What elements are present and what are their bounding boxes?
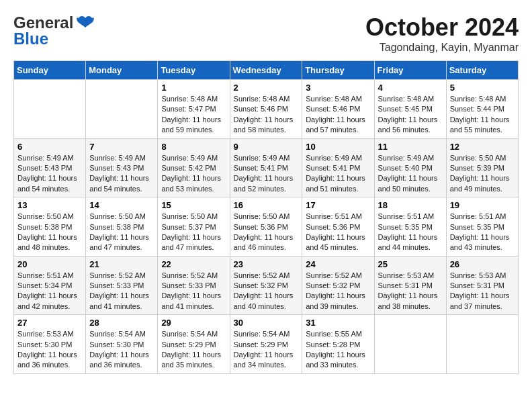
daylight-text: Daylight: 11 hours and 55 minutes. bbox=[450, 115, 515, 136]
daylight-text: Daylight: 11 hours and 36 minutes. bbox=[89, 350, 154, 371]
day-number: 1 bbox=[161, 83, 226, 93]
calendar-cell bbox=[14, 80, 86, 139]
calendar-cell: 1Sunrise: 5:48 AMSunset: 5:47 PMDaylight… bbox=[158, 80, 230, 139]
sunrise-text: Sunrise: 5:48 AM bbox=[306, 94, 370, 104]
day-info: Sunrise: 5:51 AMSunset: 5:35 PMDaylight:… bbox=[450, 212, 515, 253]
day-number: 25 bbox=[378, 259, 443, 269]
calendar-cell: 19Sunrise: 5:51 AMSunset: 5:35 PMDayligh… bbox=[446, 197, 518, 257]
day-info: Sunrise: 5:54 AMSunset: 5:30 PMDaylight:… bbox=[89, 329, 154, 371]
day-info: Sunrise: 5:48 AMSunset: 5:44 PMDaylight:… bbox=[450, 94, 515, 136]
calendar-cell: 12Sunrise: 5:50 AMSunset: 5:39 PMDayligh… bbox=[446, 138, 518, 197]
page-header: General Blue October 2024 Tagondaing, Ka… bbox=[13, 13, 519, 54]
day-number: 31 bbox=[306, 318, 370, 328]
sunset-text: Sunset: 5:36 PM bbox=[234, 222, 299, 232]
daylight-text: Daylight: 11 hours and 54 minutes. bbox=[89, 173, 154, 194]
calendar-cell bbox=[374, 315, 446, 374]
day-info: Sunrise: 5:54 AMSunset: 5:29 PMDaylight:… bbox=[234, 329, 299, 371]
day-info: Sunrise: 5:49 AMSunset: 5:42 PMDaylight:… bbox=[161, 153, 226, 195]
sunset-text: Sunset: 5:34 PM bbox=[17, 281, 82, 291]
daylight-text: Daylight: 11 hours and 38 minutes. bbox=[378, 291, 443, 312]
calendar-cell: 6Sunrise: 5:49 AMSunset: 5:43 PMDaylight… bbox=[14, 138, 86, 197]
day-info: Sunrise: 5:50 AMSunset: 5:38 PMDaylight:… bbox=[89, 212, 154, 253]
day-header-sunday: Sunday bbox=[14, 61, 86, 80]
sunset-text: Sunset: 5:44 PM bbox=[450, 104, 515, 114]
day-number: 8 bbox=[161, 142, 226, 152]
day-header-monday: Monday bbox=[86, 61, 158, 80]
sunset-text: Sunset: 5:33 PM bbox=[161, 281, 226, 291]
sunset-text: Sunset: 5:30 PM bbox=[17, 340, 82, 350]
sunrise-text: Sunrise: 5:50 AM bbox=[17, 212, 82, 222]
day-number: 22 bbox=[161, 259, 226, 269]
day-number: 26 bbox=[450, 259, 515, 269]
day-info: Sunrise: 5:50 AMSunset: 5:36 PMDaylight:… bbox=[234, 212, 299, 253]
month-title: October 2024 bbox=[365, 13, 519, 42]
daylight-text: Daylight: 11 hours and 57 minutes. bbox=[306, 115, 370, 136]
calendar-cell: 11Sunrise: 5:49 AMSunset: 5:40 PMDayligh… bbox=[374, 138, 446, 197]
day-info: Sunrise: 5:53 AMSunset: 5:30 PMDaylight:… bbox=[17, 329, 82, 371]
day-number: 5 bbox=[450, 83, 515, 93]
day-number: 9 bbox=[234, 142, 299, 152]
sunrise-text: Sunrise: 5:52 AM bbox=[89, 271, 154, 281]
daylight-text: Daylight: 11 hours and 59 minutes. bbox=[161, 115, 226, 136]
sunrise-text: Sunrise: 5:49 AM bbox=[306, 153, 370, 163]
calendar-week-3: 13Sunrise: 5:50 AMSunset: 5:38 PMDayligh… bbox=[14, 197, 519, 257]
day-info: Sunrise: 5:52 AMSunset: 5:32 PMDaylight:… bbox=[234, 271, 299, 312]
day-number: 10 bbox=[306, 142, 370, 152]
day-info: Sunrise: 5:50 AMSunset: 5:37 PMDaylight:… bbox=[161, 212, 226, 253]
sunset-text: Sunset: 5:29 PM bbox=[161, 340, 226, 350]
day-info: Sunrise: 5:48 AMSunset: 5:45 PMDaylight:… bbox=[378, 94, 443, 136]
sunset-text: Sunset: 5:46 PM bbox=[306, 104, 370, 114]
sunset-text: Sunset: 5:38 PM bbox=[17, 222, 82, 232]
day-number: 13 bbox=[17, 200, 82, 210]
day-info: Sunrise: 5:49 AMSunset: 5:41 PMDaylight:… bbox=[306, 153, 370, 195]
daylight-text: Daylight: 11 hours and 52 minutes. bbox=[234, 173, 299, 194]
day-info: Sunrise: 5:48 AMSunset: 5:46 PMDaylight:… bbox=[306, 94, 370, 136]
day-number: 4 bbox=[378, 83, 443, 93]
sunrise-text: Sunrise: 5:53 AM bbox=[378, 271, 443, 281]
daylight-text: Daylight: 11 hours and 49 minutes. bbox=[450, 173, 515, 194]
logo-bird-icon bbox=[76, 15, 95, 30]
calendar-header-row: SundayMondayTuesdayWednesdayThursdayFrid… bbox=[14, 61, 519, 80]
sunset-text: Sunset: 5:30 PM bbox=[89, 340, 154, 350]
day-header-friday: Friday bbox=[374, 61, 446, 80]
day-header-thursday: Thursday bbox=[302, 61, 374, 80]
calendar-cell: 31Sunrise: 5:55 AMSunset: 5:28 PMDayligh… bbox=[302, 315, 374, 374]
logo: General Blue bbox=[13, 13, 95, 48]
sunset-text: Sunset: 5:35 PM bbox=[450, 222, 515, 232]
sunrise-text: Sunrise: 5:50 AM bbox=[234, 212, 299, 222]
day-number: 18 bbox=[378, 200, 443, 210]
day-info: Sunrise: 5:50 AMSunset: 5:38 PMDaylight:… bbox=[17, 212, 82, 253]
calendar-cell: 13Sunrise: 5:50 AMSunset: 5:38 PMDayligh… bbox=[14, 197, 86, 257]
sunrise-text: Sunrise: 5:48 AM bbox=[378, 94, 443, 104]
sunrise-text: Sunrise: 5:53 AM bbox=[17, 329, 82, 339]
calendar-cell: 8Sunrise: 5:49 AMSunset: 5:42 PMDaylight… bbox=[158, 138, 230, 197]
daylight-text: Daylight: 11 hours and 51 minutes. bbox=[306, 173, 370, 194]
day-number: 19 bbox=[450, 200, 515, 210]
sunset-text: Sunset: 5:36 PM bbox=[306, 222, 370, 232]
day-number: 12 bbox=[450, 142, 515, 152]
calendar-cell: 9Sunrise: 5:49 AMSunset: 5:41 PMDaylight… bbox=[230, 138, 302, 197]
daylight-text: Daylight: 11 hours and 43 minutes. bbox=[450, 232, 515, 253]
sunset-text: Sunset: 5:45 PM bbox=[378, 104, 443, 114]
daylight-text: Daylight: 11 hours and 39 minutes. bbox=[306, 291, 370, 312]
sunrise-text: Sunrise: 5:49 AM bbox=[234, 153, 299, 163]
daylight-text: Daylight: 11 hours and 46 minutes. bbox=[234, 232, 299, 253]
day-number: 27 bbox=[17, 318, 82, 328]
day-number: 14 bbox=[89, 200, 154, 210]
day-number: 30 bbox=[234, 318, 299, 328]
calendar-cell: 21Sunrise: 5:52 AMSunset: 5:33 PMDayligh… bbox=[86, 256, 158, 315]
sunrise-text: Sunrise: 5:50 AM bbox=[450, 153, 515, 163]
calendar-cell: 15Sunrise: 5:50 AMSunset: 5:37 PMDayligh… bbox=[158, 197, 230, 257]
calendar-cell: 30Sunrise: 5:54 AMSunset: 5:29 PMDayligh… bbox=[230, 315, 302, 374]
day-number: 24 bbox=[306, 259, 370, 269]
calendar-cell: 3Sunrise: 5:48 AMSunset: 5:46 PMDaylight… bbox=[302, 80, 374, 139]
day-number: 3 bbox=[306, 83, 370, 93]
day-number: 21 bbox=[89, 259, 154, 269]
calendar-cell: 26Sunrise: 5:53 AMSunset: 5:31 PMDayligh… bbox=[446, 256, 518, 315]
day-info: Sunrise: 5:49 AMSunset: 5:43 PMDaylight:… bbox=[17, 153, 82, 195]
daylight-text: Daylight: 11 hours and 35 minutes. bbox=[161, 350, 226, 371]
calendar-cell: 28Sunrise: 5:54 AMSunset: 5:30 PMDayligh… bbox=[86, 315, 158, 374]
calendar-cell: 24Sunrise: 5:52 AMSunset: 5:32 PMDayligh… bbox=[302, 256, 374, 315]
sunset-text: Sunset: 5:29 PM bbox=[234, 340, 299, 350]
calendar-cell: 10Sunrise: 5:49 AMSunset: 5:41 PMDayligh… bbox=[302, 138, 374, 197]
